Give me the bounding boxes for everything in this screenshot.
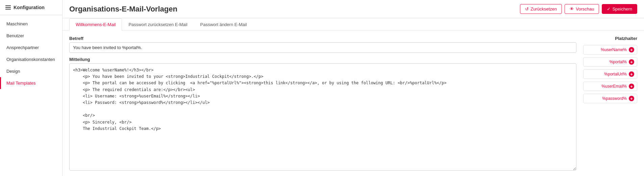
main-content: Organisations-E-Mail-Vorlagen ↺ Zurückse… — [63, 0, 644, 176]
header-buttons: ↺ Zurücksetzen 👁 Vorschau ✓ Speichern — [520, 4, 637, 14]
add-placeholder-useremail-icon: + — [629, 84, 634, 89]
placeholder-password[interactable]: %password% + — [583, 94, 637, 103]
sidebar-title: Konfiguration — [14, 5, 45, 10]
placeholders-panel: Platzhalter %userName% + %portal% + %por… — [583, 36, 637, 171]
message-label: Mitteilung — [69, 57, 576, 62]
checkmark-icon: ✓ — [607, 6, 611, 12]
sidebar-header: Konfiguration — [0, 0, 62, 15]
placeholder-password-label: %password% — [602, 96, 627, 101]
sidebar-item-maschinen[interactable]: Maschinen — [0, 18, 62, 30]
placeholder-portal[interactable]: %portal% + — [583, 57, 637, 67]
preview-label: Vorschau — [576, 6, 594, 12]
main-header: Organisations-E-Mail-Vorlagen ↺ Zurückse… — [63, 0, 644, 18]
preview-button[interactable]: 👁 Vorschau — [565, 4, 599, 14]
placeholder-portal-label: %portal% — [610, 60, 627, 64]
tab-willkommen[interactable]: Willkommens-E-Mail — [69, 18, 122, 30]
eye-icon: 👁 — [570, 6, 574, 12]
placeholder-useremail[interactable]: %userEmail% + — [583, 82, 637, 91]
form-area: Betreff Mitteilung — [69, 36, 576, 171]
sidebar-item-mail-templates[interactable]: Mail Templates — [0, 77, 62, 89]
placeholder-portalurl[interactable]: %portalUrl% + — [583, 69, 637, 79]
add-placeholder-username-icon: + — [629, 47, 634, 52]
sidebar: Konfiguration Maschinen Benutzer Ansprec… — [0, 0, 63, 176]
placeholder-username[interactable]: %userName% + — [583, 45, 637, 54]
placeholder-useremail-label: %userEmail% — [601, 84, 627, 89]
add-placeholder-password-icon: + — [629, 96, 634, 101]
subject-label: Betreff — [69, 36, 576, 41]
add-placeholder-portal-icon: + — [629, 59, 634, 65]
tabs: Willkommens-E-Mail Passwort zurücksetzen… — [63, 18, 644, 30]
hamburger-icon[interactable] — [5, 5, 11, 9]
message-textarea[interactable] — [69, 63, 576, 171]
sidebar-item-ansprechpartner[interactable]: Ansprechpartner — [0, 42, 62, 53]
tab-passwort-aendern[interactable]: Passwort ändern E-Mail — [194, 18, 253, 30]
reset-icon: ↺ — [525, 6, 529, 12]
add-placeholder-portalurl-icon: + — [629, 71, 634, 77]
subject-field: Betreff — [69, 36, 576, 53]
sidebar-item-benutzer[interactable]: Benutzer — [0, 30, 62, 42]
save-button[interactable]: ✓ Speichern — [602, 4, 637, 14]
reset-label: Zurücksetzen — [530, 6, 557, 12]
sidebar-nav: Maschinen Benutzer Ansprechpartner Organ… — [0, 15, 62, 92]
page-title: Organisations-E-Mail-Vorlagen — [69, 5, 177, 14]
sidebar-item-design[interactable]: Design — [0, 65, 62, 77]
message-field: Mitteilung — [69, 57, 576, 171]
subject-input[interactable] — [69, 42, 576, 53]
save-label: Speichern — [612, 6, 632, 12]
sidebar-item-organisationskonstanten[interactable]: Organisationskonstanten — [0, 53, 62, 65]
placeholder-username-label: %userName% — [601, 47, 627, 52]
tab-passwort-reset[interactable]: Passwort zurücksetzen E-Mail — [122, 18, 194, 30]
content-area: Betreff Mitteilung Platzhalter %userName… — [63, 30, 644, 176]
placeholder-portalurl-label: %portalUrl% — [604, 72, 627, 76]
placeholders-title: Platzhalter — [583, 36, 637, 41]
reset-button[interactable]: ↺ Zurücksetzen — [520, 4, 562, 14]
